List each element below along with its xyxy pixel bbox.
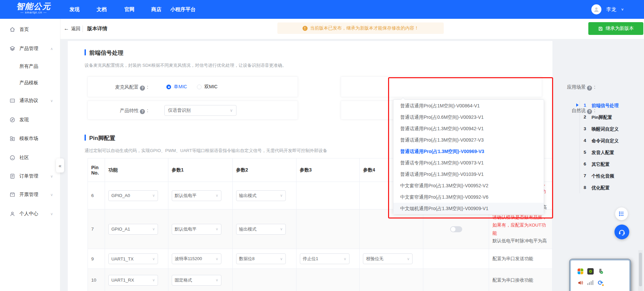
anchor-item-7[interactable]: 7个性化音频 (584, 173, 614, 179)
product-feature-select[interactable]: 仅语音识别 ∨ (164, 105, 236, 116)
param-cell (233, 269, 297, 291)
outline-toc-button[interactable] (615, 207, 628, 220)
help-icon[interactable]: ? (587, 109, 592, 114)
toggle-switch-off[interactable] (450, 226, 462, 232)
inherit-version-button[interactable]: 继承为新版本 (588, 22, 643, 35)
help-icon[interactable]: ? (140, 109, 145, 114)
sidebar-item-2[interactable]: 产品管理∧ (0, 45, 60, 53)
dropdown-option[interactable]: 中文窗帘通用Pro(占1.3M空间)-V00952-V2 (393, 180, 544, 191)
sidebar-collapse-button[interactable]: « (56, 158, 64, 173)
dropdown-option[interactable]: 普通话通用Pro(占1.3M空间)-V00942-V1 (393, 123, 544, 134)
scrollbar-track[interactable] (638, 250, 643, 291)
dropdown-option[interactable]: 普通话通用Pro(占1.3M空间)-V00927-V3 (393, 134, 544, 146)
param-cell: 波特率115200∨ (168, 249, 233, 269)
anchor-item-6[interactable]: 6其它配置 (584, 161, 610, 167)
customer-support-button[interactable] (614, 225, 629, 239)
help-icon[interactable]: ? (140, 86, 145, 91)
nvidia-settings-icon[interactable] (587, 268, 594, 275)
cell-select[interactable]: 校验位无∨ (363, 253, 413, 264)
logo[interactable]: 智能公元 — smartpi.cn — (13, 2, 54, 14)
cell-select[interactable]: 数据位8∨ (236, 253, 286, 264)
sidebar-item-9[interactable]: 订单管理∨ (0, 172, 60, 180)
usb-safely-remove-icon[interactable] (597, 268, 604, 275)
page-title: 版本详情 (87, 26, 107, 32)
avatar[interactable] (591, 4, 601, 14)
sidebar-item-1[interactable]: 首页 (0, 26, 60, 34)
sidebar-item-7[interactable]: 模板市场 (0, 135, 60, 143)
dropdown-option[interactable]: 普通话通用Pro(占1.3M空间)-V00969-V3 (393, 146, 544, 157)
radio-dual-mic-label[interactable]: 双MIC (204, 84, 218, 90)
product-feature-card: 产品特性? : 仅语音识别 ∨ (88, 101, 298, 119)
dropdown-option[interactable]: 普通话专用Pro(占1.3M空间)-V00973-V1 (393, 157, 544, 168)
anchor-item-5[interactable]: 5发音人配置 (584, 150, 614, 156)
remark-normal-text: 配置为串口接收功能 (492, 278, 533, 283)
cell-select[interactable]: 输出模式∨ (236, 224, 286, 235)
cell-select-value: 固定格式 (175, 277, 192, 283)
sidebar-item-11[interactable]: 个人中心∨ (0, 210, 60, 218)
logo-title: 智能公元 (13, 2, 54, 11)
dropdown-option[interactable]: 中文窗帘通用Pro(占1.3M空间)-V00992-V6 (393, 191, 544, 203)
chevron-down-icon: ∨ (216, 278, 218, 282)
nav-menu-item-1[interactable]: 发现 (69, 0, 79, 19)
cell-select[interactable]: 默认低电平∨ (172, 190, 221, 201)
anchor-item-2[interactable]: 2Pin脚配置 (584, 114, 612, 120)
scrollbar-thumb[interactable] (639, 253, 642, 286)
section-desc-frontend: 设备麦克风配置情况，封装的 SDK根据不同麦克风情况，对信号进行优化处理，让设备… (85, 62, 286, 68)
anchor-item-8[interactable]: 8优化配置 (584, 185, 610, 191)
user-avatar-icon (593, 6, 600, 13)
cell-select[interactable]: 默认低电平∨ (172, 224, 221, 235)
sidebar-item-8[interactable]: 社区 (0, 154, 60, 162)
nav-menu-item-4[interactable]: 商店 (151, 0, 161, 19)
cell-select[interactable]: 波特率115200∨ (172, 253, 221, 264)
sync-refresh-icon[interactable]: ⟳ (597, 279, 604, 286)
anchor-item-label: 前端信号处理 (592, 103, 619, 109)
cell-select[interactable]: UART1_RX∨ (108, 275, 158, 286)
anchor-item-number: 3 (584, 126, 586, 132)
cell-select[interactable]: GPIO_A1∨ (108, 224, 158, 235)
cell-select[interactable]: 停止位1∨ (300, 253, 350, 264)
chevron-down-icon[interactable]: ∨ (621, 7, 624, 11)
radio-single-mic[interactable] (166, 85, 171, 89)
sidebar-item-4[interactable]: 产品模板 (0, 79, 60, 87)
community-icon (9, 155, 15, 161)
dropdown-option[interactable]: 普通话通用Pro(占1.3M空间)-V01039-V1 (393, 168, 544, 180)
dropdown-option[interactable]: 普通话通用Pro(占0.6M空间)-V00923-V1 (393, 111, 544, 123)
help-icon[interactable]: ? (587, 86, 592, 91)
network-signal-bars-icon[interactable] (587, 279, 594, 286)
anchor-item-4[interactable]: 4命令词自定义 (584, 138, 619, 144)
cell-select[interactable]: UART1_TX∨ (108, 253, 158, 264)
back-button[interactable]: ←返回 (64, 26, 80, 32)
sidebar-item-label: 通讯协议 (19, 98, 38, 104)
remark-normal-text: 默认低电平时脉冲电平为高 (492, 237, 549, 245)
cell-select-value: 输出模式 (239, 226, 257, 232)
remark-cell: 配置为串口接收功能 (489, 269, 552, 291)
windows-colors-icon[interactable] (577, 268, 584, 275)
anchor-item-3[interactable]: 3唤醒词自定义 (584, 126, 619, 132)
chevron-down-icon: ∨ (50, 193, 53, 197)
sidebar-item-6[interactable]: 发现 (0, 116, 60, 124)
cell-select[interactable]: 输出模式∨ (236, 190, 286, 201)
section-desc-pin: 通过定制可以自动生成代码，实现GPIO、PWM、UART等端口根据语音指令输出自… (85, 148, 327, 154)
radio-dual-mic[interactable] (197, 85, 202, 89)
anchor-item-number: 6 (584, 161, 586, 167)
radio-single-mic-label[interactable]: 单MIC (174, 84, 187, 90)
divider (83, 26, 83, 32)
user-name[interactable]: 李龙 (606, 6, 616, 13)
nav-menu-item-2[interactable]: 文档 (97, 0, 107, 19)
scene-dropdown-panel: 普通话通用Pro(占1M空间)-V00864-V1普通话通用Pro(占0.6M空… (393, 99, 544, 214)
dropdown-option[interactable]: 中文烟机通用Pro(占1.3M空间)-V00909-V1 (393, 203, 544, 214)
dropdown-option[interactable]: 普通话通用Pro(占1M空间)-V00864-V1 (393, 100, 544, 111)
anchor-item-label: Pin脚配置 (592, 114, 612, 120)
warning-icon: ! (303, 26, 308, 31)
sidebar-item-10[interactable]: 开票管理∨ (0, 191, 60, 199)
cell-select[interactable]: 固定格式∨ (172, 275, 221, 286)
anchor-item-label: 个性化音频 (592, 173, 614, 179)
nav-menu-item-3[interactable]: 官网 (124, 0, 135, 19)
nav-menu-item-5[interactable]: 小程序平台 (170, 0, 196, 19)
param-cell (297, 269, 360, 291)
volume-speaker-icon[interactable] (577, 279, 584, 286)
param-cell: GPIO_A0∨ (105, 182, 168, 209)
sidebar-item-5[interactable]: 通讯协议∨ (0, 97, 60, 105)
sidebar-item-3[interactable]: 所有产品 (0, 62, 60, 70)
cell-select[interactable]: GPIO_A0∨ (108, 190, 158, 201)
